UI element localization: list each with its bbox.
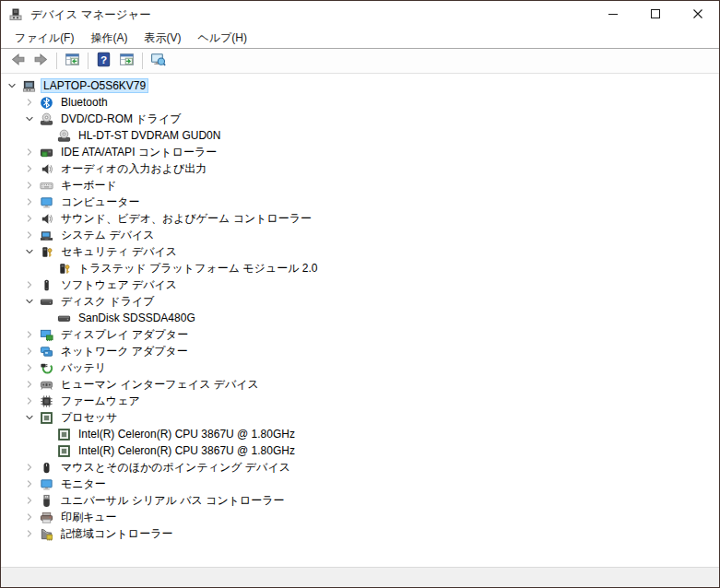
tree-item[interactable]: SanDisk SDSSDA480G: [1, 310, 719, 326]
tree-item[interactable]: HL-DT-ST DVDRAM GUD0N: [1, 127, 719, 144]
chevron-down-icon[interactable]: [22, 244, 37, 259]
maximize-button[interactable]: [634, 1, 677, 29]
chevron-right-icon[interactable]: [22, 178, 37, 193]
tree-item-label: ディスク ドライブ: [58, 293, 158, 311]
keyboard-icon: [39, 178, 53, 193]
menu-view[interactable]: 表示(V): [136, 29, 189, 48]
chevron-right-icon[interactable]: [22, 161, 37, 176]
chevron-right-icon[interactable]: [22, 526, 37, 541]
maximize-icon: [648, 6, 663, 24]
chevron-right-icon[interactable]: [22, 211, 37, 226]
tree-item[interactable]: サウンド、ビデオ、およびゲーム コントローラー: [1, 210, 719, 227]
tree-item[interactable]: モニター: [1, 476, 719, 492]
tree-item[interactable]: マウスとそのほかのポインティング デバイス: [1, 459, 719, 476]
tree-item[interactable]: 印刷キュー: [1, 509, 719, 525]
chevron-right-icon[interactable]: [22, 277, 37, 292]
scan-hardware-button[interactable]: [147, 51, 170, 72]
show-console-tree-button[interactable]: [61, 51, 84, 72]
system-icon: [39, 228, 53, 242]
tree-item-label: トラステッド プラットフォーム モジュール 2.0: [76, 260, 320, 277]
tree-item-label: Intel(R) Celeron(R) CPU 3867U @ 1.80GHz: [76, 443, 298, 458]
chevron-spacer: [40, 443, 54, 458]
chevron-spacer: [40, 261, 54, 276]
forward-button[interactable]: [30, 51, 53, 72]
firmware-icon: [39, 394, 53, 408]
device-tree[interactable]: LAPTOP-O5S6KV79BluetoothDVD/CD-ROM ドライブH…: [1, 74, 719, 567]
tree-item[interactable]: プロセッサ: [1, 409, 719, 426]
chevron-down-icon[interactable]: [22, 294, 37, 309]
tree-item[interactable]: Intel(R) Celeron(R) CPU 3867U @ 1.80GHz: [1, 426, 719, 442]
menu-action[interactable]: 操作(A): [82, 29, 136, 48]
tree-item-label: ネットワーク アダプター: [58, 343, 191, 360]
menu-file[interactable]: ファイル(F): [6, 29, 82, 48]
minimize-button[interactable]: [592, 1, 634, 29]
tree-item[interactable]: DVD/CD-ROM ドライブ: [1, 111, 719, 127]
disk-icon: [56, 311, 71, 325]
hid-icon: [39, 377, 53, 392]
tree-item[interactable]: バッテリ: [1, 359, 719, 376]
tree-item[interactable]: セキュリティ デバイス: [1, 243, 719, 260]
status-bar: [1, 567, 719, 587]
tree-item[interactable]: ファームウェア: [1, 393, 719, 409]
tree-item[interactable]: ユニバーサル シリアル バス コントローラー: [1, 492, 719, 509]
chevron-right-icon[interactable]: [22, 377, 37, 392]
tree-item[interactable]: ソフトウェア デバイス: [1, 276, 719, 293]
chevron-right-icon[interactable]: [22, 344, 37, 359]
tree-item[interactable]: ヒューマン インターフェイス デバイス: [1, 376, 719, 393]
tree-item-label: ヒューマン インターフェイス デバイス: [58, 376, 262, 394]
tree-item[interactable]: ディスプレイ アダプター: [1, 326, 719, 343]
tree-item-label: Intel(R) Celeron(R) CPU 3867U @ 1.80GHz: [76, 427, 298, 441]
tree-item-label: サウンド、ビデオ、およびゲーム コントローラー: [58, 210, 314, 228]
menu-help[interactable]: ヘルプ(H): [189, 29, 255, 48]
tree-item[interactable]: 記憶域コントローラー: [1, 525, 719, 542]
chevron-right-icon[interactable]: [22, 460, 37, 475]
tree-item[interactable]: ディスク ドライブ: [1, 293, 719, 310]
security-icon: [56, 261, 71, 276]
chevron-right-icon[interactable]: [22, 228, 37, 242]
chevron-down-icon[interactable]: [22, 112, 37, 126]
printer-icon: [39, 510, 53, 524]
tree-item-label: Bluetooth: [58, 95, 111, 110]
menu-bar: ファイル(F)操作(A)表示(V)ヘルプ(H): [1, 29, 719, 49]
back-arrow-icon: [10, 52, 26, 70]
chevron-right-icon[interactable]: [22, 145, 37, 159]
help-button[interactable]: ?: [92, 51, 115, 72]
close-button[interactable]: [677, 1, 719, 29]
tree-item-label: ディスプレイ アダプター: [58, 326, 191, 344]
chevron-down-icon[interactable]: [5, 78, 19, 93]
chevron-down-icon[interactable]: [22, 410, 37, 425]
tree-item-label: システム デバイス: [58, 227, 158, 244]
tree-item[interactable]: コンピューター: [1, 194, 719, 210]
tree-item-label: DVD/CD-ROM ドライブ: [58, 111, 183, 128]
tree-item[interactable]: オーディオの入力および出力: [1, 160, 719, 177]
back-button[interactable]: [6, 51, 30, 72]
window-title: デバイス マネージャー: [30, 7, 592, 23]
tree-item[interactable]: ネットワーク アダプター: [1, 343, 719, 359]
chevron-right-icon[interactable]: [22, 493, 37, 508]
tree-item[interactable]: システム デバイス: [1, 227, 719, 243]
usb-icon: [39, 493, 53, 508]
chevron-right-icon[interactable]: [22, 360, 37, 375]
tree-item[interactable]: Bluetooth: [1, 94, 719, 111]
tree-item-label: バッテリ: [58, 359, 109, 377]
chevron-right-icon[interactable]: [22, 476, 37, 491]
tree-item-label: IDE ATA/ATAPI コントローラー: [58, 144, 219, 161]
tree-item[interactable]: トラステッド プラットフォーム モジュール 2.0: [1, 260, 719, 276]
chevron-spacer: [40, 311, 54, 325]
cpu-icon: [56, 427, 71, 441]
chevron-right-icon[interactable]: [22, 194, 37, 209]
tree-item[interactable]: LAPTOP-O5S6KV79: [1, 77, 719, 94]
network-icon: [39, 344, 53, 359]
chevron-right-icon[interactable]: [22, 510, 37, 524]
action-pane-button[interactable]: [115, 51, 138, 72]
tree-item-label: HL-DT-ST DVDRAM GUD0N: [76, 128, 223, 143]
chevron-right-icon[interactable]: [22, 394, 37, 408]
tree-item[interactable]: Intel(R) Celeron(R) CPU 3867U @ 1.80GHz: [1, 442, 719, 459]
tree-item[interactable]: IDE ATA/ATAPI コントローラー: [1, 144, 719, 160]
tree-item[interactable]: キーボード: [1, 177, 719, 194]
toolbar-separator: [56, 53, 57, 69]
toolbar-separator: [142, 53, 143, 69]
chevron-right-icon[interactable]: [22, 327, 37, 342]
chevron-right-icon[interactable]: [22, 95, 37, 110]
disk-icon: [39, 294, 53, 309]
